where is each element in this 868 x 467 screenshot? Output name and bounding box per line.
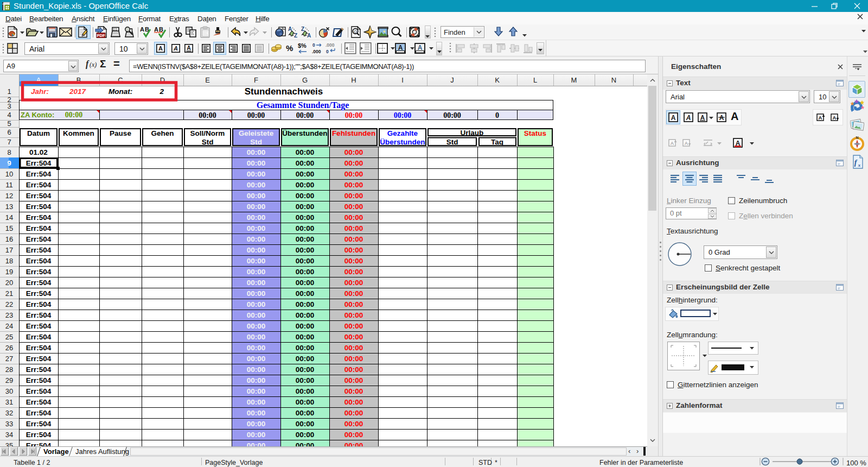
svg-text:00:00: 00:00 [247,159,266,167]
svg-text:00:00: 00:00 [344,311,363,319]
svg-text:19: 19 [5,268,13,276]
svg-text:A: A [700,114,705,121]
svg-text:00:00: 00:00 [345,111,363,119]
svg-text:00:00: 00:00 [247,111,265,119]
svg-text:00:00: 00:00 [296,300,315,308]
svg-text:28: 28 [5,365,13,374]
svg-text:Err:504: Err:504 [26,355,52,363]
svg-text:35: 35 [5,441,13,447]
svg-text:00:00: 00:00 [296,322,315,330]
svg-text:13: 13 [5,203,13,211]
svg-text:00:00: 00:00 [394,111,412,119]
svg-text:Gezahlte: Gezahlte [387,129,418,137]
svg-text:00:00: 00:00 [296,333,315,341]
svg-text:Monat:: Monat: [108,87,132,96]
svg-text:00:00: 00:00 [344,441,363,447]
svg-text:00:00: 00:00 [344,398,363,406]
svg-text:Err:504: Err:504 [26,257,52,265]
svg-text:15: 15 [5,224,13,232]
svg-text:16: 16 [5,235,13,243]
svg-text:00:00: 00:00 [247,431,266,439]
svg-text:00:00: 00:00 [247,224,266,232]
svg-text:00:00: 00:00 [247,333,266,341]
svg-text:3: 3 [7,102,11,110]
svg-text:A: A [833,115,837,121]
svg-text:Stundennachweis: Stundennachweis [245,86,323,97]
svg-text:E: E [205,76,210,84]
svg-text:A: A [187,45,191,51]
svg-text:Q: Q [354,29,357,34]
svg-text:2017: 2017 [69,87,87,96]
svg-text:21: 21 [5,289,13,298]
svg-text:00:00: 00:00 [344,235,363,243]
svg-text:11: 11 [5,181,13,189]
svg-text:8: 8 [7,148,11,156]
svg-text:J: J [450,76,454,84]
svg-text:Err:504: Err:504 [26,224,52,232]
svg-text:A: A [158,45,163,52]
svg-text:00:00: 00:00 [344,246,363,254]
svg-text:Soll/Norm: Soll/Norm [190,129,225,137]
svg-text:00:00: 00:00 [296,398,315,406]
svg-text:ZA Konto:: ZA Konto: [21,111,54,119]
svg-text:00:00: 00:00 [344,279,363,287]
svg-text:00:00: 00:00 [344,431,363,439]
svg-text:00:00: 00:00 [247,213,266,222]
svg-text:30: 30 [5,387,13,395]
svg-text:Err:504: Err:504 [26,170,52,178]
svg-text:00:00: 00:00 [344,322,363,330]
svg-text:00:00: 00:00 [296,409,315,417]
svg-text:00:00: 00:00 [296,279,315,287]
svg-text:0: 0 [495,111,499,119]
svg-text:5: 5 [7,119,11,128]
svg-text:00:00: 00:00 [247,181,266,189]
svg-text:K: K [495,76,500,84]
svg-text:00:00: 00:00 [344,409,363,417]
svg-text:Kommen: Kommen [63,129,94,137]
svg-text:A: A [173,45,178,52]
svg-text:18: 18 [5,257,13,265]
svg-text:00:00: 00:00 [344,213,363,222]
svg-text:AB: AB [154,26,163,33]
svg-text:Err:504: Err:504 [26,181,52,189]
svg-text:24: 24 [5,322,13,330]
svg-text:Err:504: Err:504 [26,311,52,319]
svg-text:00:00: 00:00 [344,344,363,352]
svg-text:Std: Std [250,138,262,146]
svg-text:00:00: 00:00 [296,289,315,298]
svg-text:00:00: 00:00 [247,257,266,265]
svg-text:Err:504: Err:504 [26,333,52,341]
svg-text:Err:504: Err:504 [26,365,52,374]
svg-text:x: x [858,162,861,168]
svg-text:A: A [671,140,674,146]
svg-text:00:00: 00:00 [247,268,266,276]
svg-text:A: A [398,44,403,52]
svg-text:Fehlstunden: Fehlstunden [332,129,375,137]
svg-text:Urlaub: Urlaub [461,129,484,137]
svg-text:00:00: 00:00 [296,311,315,319]
svg-text:Err:504: Err:504 [26,322,52,330]
svg-text:00:00: 00:00 [344,355,363,363]
svg-text:Err:504: Err:504 [26,279,52,287]
svg-text:1: 1 [7,87,11,96]
svg-text:29: 29 [5,376,13,384]
svg-text:Err:504: Err:504 [26,387,52,395]
svg-text:00:00: 00:00 [247,148,266,156]
svg-text:00:00: 00:00 [247,235,266,243]
svg-text:00:00: 00:00 [247,289,266,298]
svg-text:Gesammte Stunden/Tage: Gesammte Stunden/Tage [257,100,349,110]
svg-text:00:00: 00:00 [344,170,363,178]
svg-text:00:00: 00:00 [344,333,363,341]
svg-text:Err:504: Err:504 [26,213,52,222]
svg-text:Err:504: Err:504 [26,441,52,447]
svg-text:00:00: 00:00 [247,441,266,447]
svg-text:Überstunden: Überstunden [282,129,327,137]
svg-text:0: 0 [326,49,329,54]
svg-text:$%: $% [298,42,307,49]
svg-text:00:00: 00:00 [247,355,266,363]
svg-text:00:00: 00:00 [247,398,266,406]
svg-text:00:00: 00:00 [247,192,266,200]
svg-text:00:00: 00:00 [344,257,363,265]
svg-text:26: 26 [5,344,13,352]
svg-text:00:00: 00:00 [247,344,266,352]
